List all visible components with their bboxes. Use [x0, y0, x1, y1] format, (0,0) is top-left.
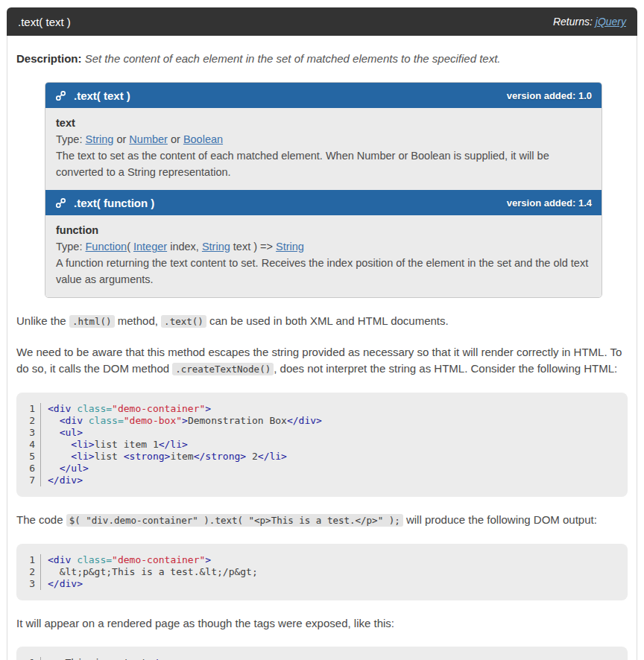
paragraph-dom-output-intro: The code $( "div.demo-container" ).text(… [16, 512, 628, 529]
signature-heading: .text( function ) [74, 197, 154, 209]
text-segment: text ) => [230, 241, 276, 253]
line-number: 5 [16, 451, 40, 463]
signature-body-function: function Type: Function( Integer index, … [45, 215, 602, 297]
code-text: <div class="demo-container"> [40, 403, 211, 415]
argument-type-line: Type: Function( Integer index, String te… [56, 238, 591, 255]
doc-link[interactable]: Boolean [183, 133, 223, 145]
code-text: </div> [40, 475, 83, 486]
line-number: 1 [16, 554, 40, 566]
entry-title-bar: .text( text ) Returns: jQuery [7, 7, 637, 36]
inline-code: .html() [69, 315, 115, 328]
code-text: <li>list item 1</li> [40, 439, 188, 451]
argument-name: text [56, 115, 591, 131]
signature-heading: .text( text ) [74, 89, 130, 102]
code-text: <li>list <strong>item</strong> 2</li> [40, 451, 287, 463]
text-segment: can be used in both XML and HTML documen… [206, 314, 449, 327]
code-line: 3</div> [16, 578, 628, 590]
text-segment: method, [115, 314, 162, 327]
argument-description: A function returning the text content to… [56, 255, 591, 288]
text-segment: It will appear on a rendered page as tho… [16, 617, 394, 629]
returns-label: Returns: jQuery [553, 16, 626, 28]
description-label: Description: [16, 52, 82, 65]
description-text: Set the content of each element in the s… [85, 52, 501, 65]
signatures-box: .text( text ) version added: 1.0 text Ty… [45, 82, 602, 298]
text-segment: The code [16, 513, 66, 526]
code-line: 3 <ul> [16, 427, 628, 439]
text-segment: index, [167, 241, 202, 253]
code-line: 1<div class="demo-container"> [16, 554, 628, 566]
text-segment: will produce the following DOM output: [403, 513, 597, 526]
code-text: &lt;p&gt;This is a test.&lt;/p&gt; [40, 566, 258, 578]
text-segment: or [168, 133, 183, 145]
text-segment: or [113, 133, 129, 145]
paragraph-xml-html: Unlike the .html() method, .text() can b… [16, 313, 628, 330]
signature-header-text: .text( text ) version added: 1.0 [45, 83, 602, 108]
inline-code: .text() [161, 315, 206, 328]
code-text: <p>This is a test</p> [40, 657, 170, 660]
code-text: <div class="demo-box">Demonstration Box<… [40, 415, 322, 427]
line-number: 6 [16, 463, 40, 475]
code-block-html-example: 1<div class="demo-container">2 <div clas… [16, 393, 628, 497]
returns-text: Returns: [553, 16, 593, 28]
code-line: 1<div class="demo-container"> [16, 403, 628, 415]
doc-link[interactable]: Integer [133, 241, 167, 253]
text-segment: ( [127, 241, 133, 253]
code-line: 4 <li>list item 1</li> [16, 439, 628, 451]
doc-link[interactable]: Number [129, 133, 168, 145]
code-text: <div class="demo-container"> [40, 554, 211, 566]
code-text: <ul> [40, 427, 83, 439]
code-line: 5 <li>list <strong>item</strong> 2</li> [16, 451, 628, 463]
code-line: 6 </ul> [16, 463, 628, 475]
doc-link[interactable]: Function [86, 241, 127, 253]
code-block-rendered: 1<p>This is a test</p> [16, 647, 628, 660]
doc-link[interactable]: String [202, 241, 230, 253]
code-line: 1<p>This is a test</p> [16, 657, 628, 660]
argument-type-line: Type: String or Number or Boolean [56, 131, 591, 147]
code-text: </div> [40, 578, 83, 590]
text-segment: Type: [56, 241, 86, 253]
line-number: 4 [16, 439, 40, 451]
inline-code: .createTextNode() [172, 363, 274, 375]
text-segment: Type: [56, 133, 86, 145]
doc-link[interactable]: String [86, 133, 114, 145]
entry: .text( text ) Returns: jQuery Descriptio… [7, 7, 637, 660]
code-block-dom-output: 1<div class="demo-container">2 &lt;p&gt;… [16, 544, 628, 600]
inline-code: $( "div.demo-container" ).text( "<p>This… [66, 514, 403, 527]
code-text: </ul> [40, 463, 89, 475]
returns-type-link[interactable]: jQuery [596, 16, 626, 28]
line-number: 1 [16, 657, 40, 660]
code-line: 2 <div class="demo-box">Demonstration Bo… [16, 415, 628, 427]
version-added-badge: version added: 1.4 [507, 197, 592, 209]
doc-link[interactable]: String [276, 241, 304, 253]
entry-title: .text( text ) [18, 16, 71, 28]
link-icon[interactable] [55, 197, 66, 209]
line-number: 7 [16, 475, 40, 486]
text-segment: Unlike the [16, 314, 69, 327]
line-number: 2 [16, 415, 40, 427]
paragraph-escape-explanation: We need to be aware that this method esc… [16, 344, 628, 378]
line-number: 3 [16, 427, 40, 439]
code-line: 7</div> [16, 475, 628, 486]
link-icon[interactable] [55, 90, 66, 101]
argument-name: function [56, 222, 591, 238]
text-segment: , does not interpret the string as HTML.… [274, 362, 617, 375]
entry-body: Description: Set the content of each ele… [7, 36, 637, 660]
line-number: 2 [16, 566, 40, 578]
line-number: 1 [16, 403, 40, 415]
version-added-badge: version added: 1.0 [507, 90, 592, 101]
signature-header-function: .text( function ) version added: 1.4 [45, 190, 602, 215]
signature-body-text: text Type: String or Number or Boolean T… [45, 108, 602, 190]
line-number: 3 [16, 578, 40, 590]
paragraph-rendered-intro: It will appear on a rendered page as tho… [16, 615, 628, 632]
argument-description: The text to set as the content of each m… [56, 147, 591, 180]
description-paragraph: Description: Set the content of each ele… [16, 51, 628, 67]
code-line: 2 &lt;p&gt;This is a test.&lt;/p&gt; [16, 566, 628, 578]
